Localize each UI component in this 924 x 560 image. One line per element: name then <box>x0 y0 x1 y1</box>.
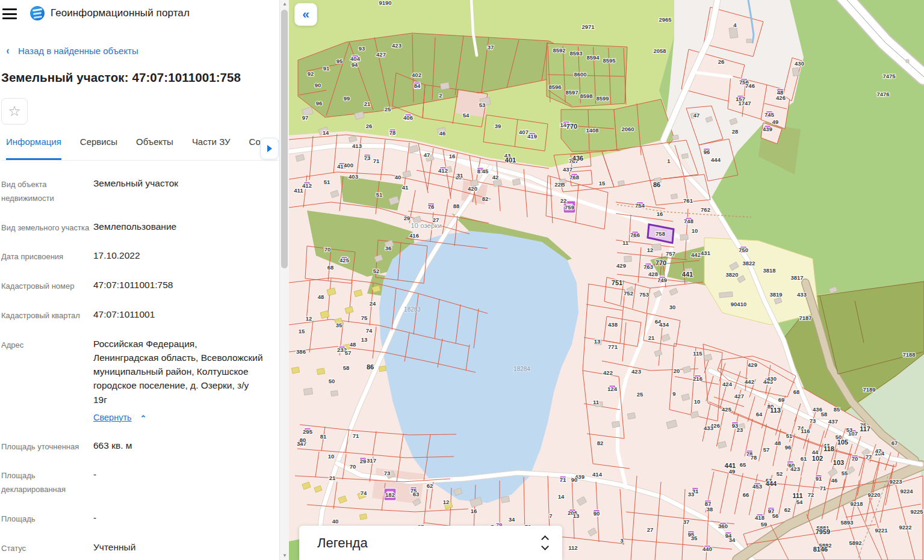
svg-text:751: 751 <box>612 279 622 286</box>
svg-text:762: 762 <box>701 206 710 213</box>
svg-text:31: 31 <box>457 172 464 179</box>
info-row: Кадастровый квартал47:07:1011001 <box>1 307 265 323</box>
object-marker-icon[interactable]: 749 <box>657 277 667 283</box>
object-marker-icon[interactable]: 71 <box>560 476 566 483</box>
object-marker-icon[interactable]: 748 <box>684 218 693 224</box>
svg-text:35: 35 <box>336 322 343 328</box>
object-marker-icon[interactable]: 90 <box>594 510 600 517</box>
svg-text:70: 70 <box>852 455 858 462</box>
svg-text:68: 68 <box>793 389 800 395</box>
object-marker-icon[interactable]: 91 <box>816 475 822 482</box>
favorite-button[interactable]: ☆ <box>1 98 28 125</box>
object-marker-icon[interactable]: 182 <box>384 488 396 500</box>
scrollbar-thumb[interactable] <box>281 10 288 268</box>
collapse-address-link[interactable]: Свернуть <box>93 411 132 425</box>
object-marker-icon[interactable]: 439 <box>763 126 772 132</box>
object-marker-icon[interactable]: 76 <box>428 203 435 210</box>
object-marker-icon[interactable]: 412 <box>438 167 448 174</box>
svg-text:95: 95 <box>336 58 343 64</box>
svg-text:407: 407 <box>519 129 529 135</box>
svg-text:40: 40 <box>332 518 339 525</box>
svg-text:412: 412 <box>302 182 312 189</box>
svg-text:61: 61 <box>801 455 807 462</box>
svg-text:400: 400 <box>344 162 353 168</box>
scroll-down-icon[interactable]: ▼ <box>280 552 290 560</box>
svg-text:424: 424 <box>722 381 733 387</box>
hamburger-menu-icon[interactable] <box>2 8 17 19</box>
svg-text:2: 2 <box>439 92 442 99</box>
svg-text:118: 118 <box>823 445 834 452</box>
svg-text:403: 403 <box>349 173 358 180</box>
svg-text:124: 124 <box>607 386 618 392</box>
object-marker-icon[interactable]: 295 <box>303 428 313 435</box>
svg-text:3: 3 <box>620 537 623 544</box>
back-link[interactable]: ‹ Назад в найденные объекты <box>6 45 279 57</box>
svg-text:25: 25 <box>637 391 643 398</box>
object-marker-icon[interactable]: 412 <box>302 182 312 189</box>
svg-text:54: 54 <box>796 499 803 505</box>
object-marker-icon[interactable]: 73 <box>364 155 371 161</box>
tab-scroll-right-button[interactable] <box>260 138 279 159</box>
svg-text:14: 14 <box>558 493 565 500</box>
svg-text:440: 440 <box>702 546 712 552</box>
object-marker-icon[interactable]: 29 <box>360 458 367 464</box>
svg-text:763: 763 <box>643 263 653 270</box>
svg-text:444: 444 <box>766 480 777 487</box>
field-label: Вид объекта недвижимости <box>1 176 93 206</box>
svg-text:770: 770 <box>656 259 666 266</box>
object-marker-icon[interactable]: 425 <box>340 257 350 263</box>
object-marker-icon[interactable]: 78 <box>389 129 396 136</box>
object-marker-icon[interactable]: 84 <box>414 82 421 89</box>
svg-text:49: 49 <box>729 468 736 475</box>
svg-text:113: 113 <box>770 407 781 414</box>
tab-Информация[interactable]: Информация <box>6 137 61 160</box>
svg-text:423: 423 <box>392 42 402 49</box>
scroll-up-icon[interactable]: ▲ <box>280 0 290 8</box>
svg-text:70: 70 <box>324 246 331 253</box>
svg-text:8592: 8592 <box>553 47 565 54</box>
legend-bar[interactable]: Легенда <box>299 526 562 560</box>
object-marker-icon[interactable]: 453 <box>752 483 762 490</box>
svg-text:47: 47 <box>424 152 430 158</box>
svg-text:753: 753 <box>639 291 649 298</box>
tab-Части ЗУ[interactable]: Части ЗУ <box>192 137 231 160</box>
svg-text:427: 427 <box>734 393 744 399</box>
svg-text:54: 54 <box>463 112 470 118</box>
tab-Сервисы[interactable]: Сервисы <box>80 137 117 160</box>
svg-text:90: 90 <box>571 476 578 483</box>
object-marker-icon[interactable]: 440 <box>702 546 712 552</box>
object-marker-icon[interactable]: 406 <box>403 114 413 121</box>
svg-text:41: 41 <box>402 184 409 191</box>
object-marker-icon[interactable]: 360 <box>718 523 728 529</box>
object-marker-icon[interactable]: 216 <box>693 375 702 382</box>
svg-text:71: 71 <box>353 432 359 439</box>
back-link-label: Назад в найденные объекты <box>18 46 138 56</box>
object-marker-icon[interactable]: 745 <box>764 111 775 118</box>
svg-text:9224: 9224 <box>900 488 913 494</box>
svg-text:438: 438 <box>608 321 618 328</box>
field-label: Вид земельного участка <box>1 220 93 235</box>
object-marker-icon[interactable]: 766 <box>630 232 640 238</box>
object-marker-icon[interactable]: 419 <box>527 133 537 140</box>
legend-label: Легенда <box>317 535 368 551</box>
svg-text:428: 428 <box>648 271 658 277</box>
svg-text:15: 15 <box>599 180 606 186</box>
object-marker-icon[interactable]: 754 <box>635 202 645 209</box>
object-marker-icon[interactable]: 418 <box>755 514 764 521</box>
svg-text:8600: 8600 <box>574 71 586 78</box>
object-marker-icon[interactable]: 96 <box>704 149 710 155</box>
map-canvas[interactable]: 4048440678734174124128087419140976425232… <box>289 0 924 560</box>
collapse-sidebar-button[interactable]: « <box>294 3 317 26</box>
tab-Объекты[interactable]: Объекты <box>136 137 173 160</box>
object-marker-icon[interactable]: 70 <box>852 455 858 462</box>
object-marker-icon[interactable]: 124 <box>607 386 618 392</box>
svg-text:48: 48 <box>775 440 781 446</box>
object-marker-icon[interactable]: 404 <box>350 55 361 62</box>
svg-text:3817: 3817 <box>790 274 803 281</box>
object-marker-icon[interactable]: 763 <box>643 263 653 270</box>
svg-text:34: 34 <box>729 537 736 543</box>
object-marker-icon[interactable]: 768 <box>569 174 579 180</box>
cadastral-map[interactable]: 4048440678734174124128087419140976425232… <box>289 0 924 560</box>
sidebar-scrollbar[interactable]: ▲ ▼ <box>279 0 289 560</box>
object-marker-icon[interactable]: 750 <box>739 247 748 253</box>
